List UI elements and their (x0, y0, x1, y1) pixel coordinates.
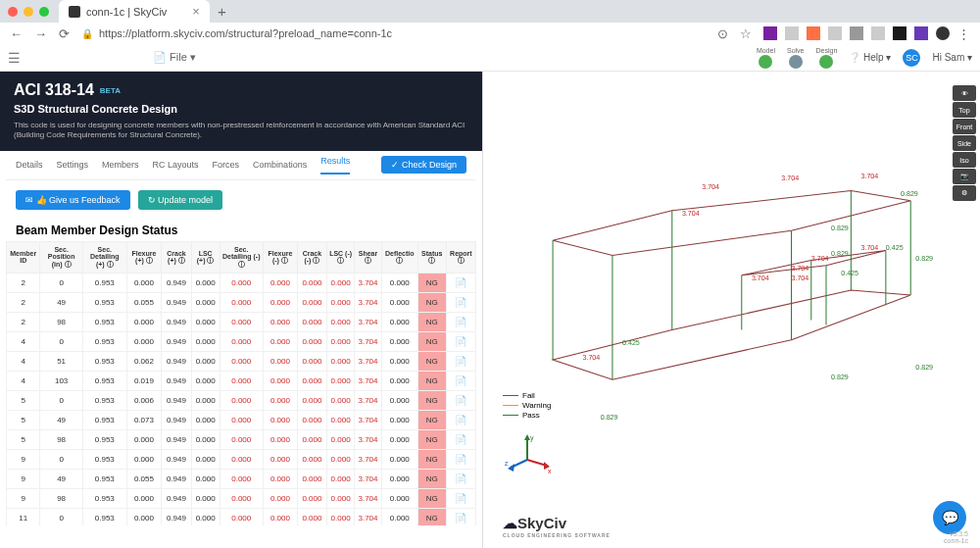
column-header[interactable]: LSC (-) ⓘ (326, 241, 354, 273)
code-header: ACI 318-14 BETA S3D Structural Concrete … (0, 72, 482, 151)
column-header[interactable]: Sec. Detailing (-) ⓘ (220, 241, 263, 273)
menu-icon[interactable]: ⋮ (957, 26, 970, 40)
ext-icon[interactable] (871, 26, 885, 40)
front-view-button[interactable]: Front (953, 119, 976, 134)
reload-button[interactable]: ⟳ (59, 26, 70, 41)
column-header[interactable]: Crack (+) ⓘ (162, 241, 191, 273)
ext-icon[interactable] (807, 26, 820, 40)
svg-text:0.829: 0.829 (831, 224, 849, 232)
report-icon[interactable]: 📄 (446, 449, 475, 469)
side-view-button[interactable]: Side (953, 135, 976, 151)
svg-text:3.704: 3.704 (861, 173, 879, 180)
ext-icon[interactable] (763, 26, 777, 40)
close-tab-icon[interactable]: × (192, 4, 200, 19)
forward-button[interactable]: → (34, 26, 47, 41)
column-header[interactable]: Crack (-) ⓘ (297, 241, 326, 273)
browser-tab[interactable]: conn-1c | SkyCiv × (59, 0, 210, 23)
table-row: 9490.9530.0550.9490.0000.0000.0000.0000.… (7, 469, 476, 488)
report-icon[interactable]: 📄 (446, 410, 475, 429)
svg-text:0.829: 0.829 (915, 364, 933, 372)
top-view-button[interactable]: Top (953, 102, 976, 118)
column-header[interactable]: Status ⓘ (417, 241, 446, 273)
visibility-tool[interactable]: 👁 (953, 85, 976, 101)
svg-text:z: z (505, 460, 509, 467)
design-indicator[interactable]: Design (815, 47, 837, 69)
results-table-wrapper[interactable]: Member IDSec. Position (in) ⓘSec. Detail… (6, 241, 476, 525)
column-header[interactable]: Sec. Detailing (+) ⓘ (82, 241, 126, 273)
design-tabs: Details Settings Members RC Layouts Forc… (6, 151, 476, 180)
check-design-button[interactable]: ✓ Check Design (381, 156, 466, 174)
footer-info: v3.3.5conn-1c (944, 530, 968, 544)
column-header[interactable]: Sec. Position (in) ⓘ (40, 241, 82, 273)
ext-icon[interactable] (828, 26, 842, 40)
hamburger-icon[interactable]: ☰ (8, 50, 25, 66)
svg-text:x: x (548, 468, 552, 474)
tab-settings[interactable]: Settings (57, 160, 89, 170)
table-row: 2980.9530.0000.9490.0000.0000.0000.0000.… (7, 312, 476, 331)
extensions: ⋮ (763, 26, 970, 40)
svg-text:0.829: 0.829 (831, 250, 849, 258)
column-header[interactable]: Report ⓘ (446, 241, 475, 273)
model-indicator[interactable]: Model (757, 47, 775, 69)
column-header[interactable]: LSC (+) ⓘ (191, 241, 220, 273)
user-avatar[interactable]: SC (903, 49, 920, 67)
report-icon[interactable]: 📄 (446, 312, 475, 331)
browser-chrome: conn-1c | SkyCiv × + ← → ⟳ 🔒 https://pla… (0, 0, 980, 44)
new-tab-button[interactable]: + (218, 3, 226, 20)
svg-text:3.704: 3.704 (861, 244, 879, 252)
report-icon[interactable]: 📄 (446, 351, 475, 371)
settings-button[interactable]: ⚙ (953, 185, 976, 201)
back-button[interactable]: ← (10, 26, 23, 41)
tab-details[interactable]: Details (16, 160, 43, 170)
column-header[interactable]: Shear ⓘ (355, 241, 381, 273)
update-model-button[interactable]: ↻ Update model (138, 190, 223, 210)
report-icon[interactable]: 📄 (446, 469, 475, 488)
lock-icon: 🔒 (81, 28, 93, 39)
tab-members[interactable]: Members (102, 160, 139, 170)
help-menu[interactable]: ❔ Help ▾ (849, 52, 891, 63)
tab-forces[interactable]: Forces (213, 160, 240, 170)
report-icon[interactable]: 📄 (446, 331, 475, 351)
search-icon[interactable]: ⊙ (717, 26, 728, 41)
chat-button[interactable]: 💬 (933, 501, 966, 534)
skyciv-logo: ☁SkyCiv CLOUD ENGINEERING SOFTWARE (503, 515, 611, 538)
report-icon[interactable]: 📄 (446, 508, 475, 524)
column-header[interactable]: Flexure (-) ⓘ (263, 241, 297, 273)
axis-gizmo[interactable]: y x z (503, 430, 552, 479)
close-window-button[interactable] (8, 7, 18, 17)
column-header[interactable]: Flexure (+) ⓘ (126, 241, 162, 273)
tab-rc-layouts[interactable]: RC Layouts (153, 160, 199, 170)
tab-combinations[interactable]: Combinations (253, 160, 307, 170)
ext-icon[interactable] (785, 26, 799, 40)
column-header[interactable]: Deflectio ⓘ (381, 241, 417, 273)
solve-indicator[interactable]: Solve (787, 47, 805, 69)
file-menu[interactable]: 📄 File ▾ (153, 51, 196, 64)
code-subtitle: S3D Structural Concrete Design (14, 103, 468, 115)
star-icon[interactable]: ☆ (740, 26, 752, 41)
ext-icon[interactable] (893, 26, 906, 40)
ext-icon[interactable] (914, 26, 928, 40)
report-icon[interactable]: 📄 (446, 390, 475, 410)
ext-icon[interactable] (850, 26, 863, 40)
maximize-window-button[interactable] (39, 7, 49, 17)
model-canvas[interactable]: 3.704 3.704 3.704 3.704 3.704 3.704 3.70… (493, 81, 951, 499)
profile-icon[interactable] (936, 26, 950, 40)
iso-view-button[interactable]: Iso (953, 152, 976, 168)
column-header[interactable]: Member ID (7, 241, 40, 273)
viewport-3d[interactable]: 👁 Top Front Side Iso 📷 ⚙ 3.704 3.704 3.7… (482, 72, 980, 548)
screenshot-button[interactable]: 📷 (953, 169, 976, 184)
legend-fail: Fail (522, 391, 535, 400)
report-icon[interactable]: 📄 (446, 429, 475, 449)
feedback-button[interactable]: ✉ 👍 Give us Feedback (16, 190, 130, 210)
tab-results[interactable]: Results (320, 156, 350, 174)
report-icon[interactable]: 📄 (446, 273, 475, 292)
report-icon[interactable]: 📄 (446, 292, 475, 312)
tab-bar: conn-1c | SkyCiv × + (0, 0, 980, 23)
minimize-window-button[interactable] (24, 7, 33, 17)
report-icon[interactable]: 📄 (446, 371, 475, 390)
user-menu[interactable]: Hi Sam ▾ (932, 52, 972, 63)
url-input[interactable]: 🔒 https://platform.skyciv.com/structural… (81, 27, 706, 39)
svg-text:3.704: 3.704 (811, 255, 829, 263)
svg-text:3.704: 3.704 (792, 265, 809, 273)
report-icon[interactable]: 📄 (446, 488, 475, 508)
